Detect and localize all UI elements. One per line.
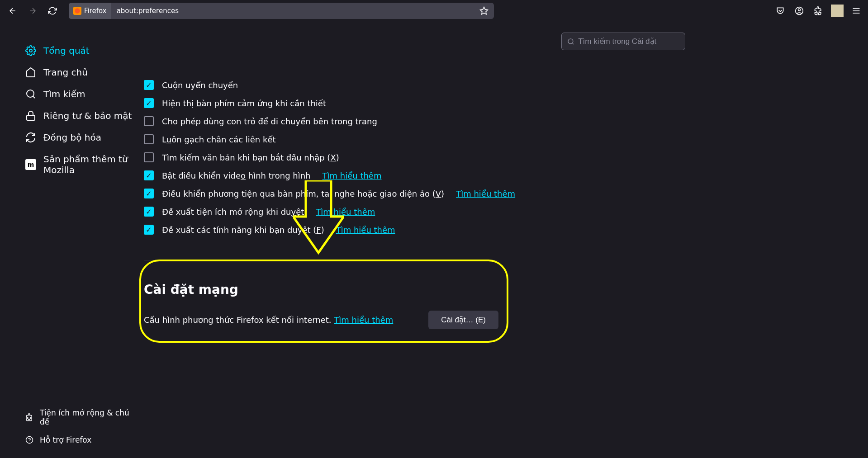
bookmark-star-icon[interactable] bbox=[474, 3, 494, 19]
sidebar-item-sync[interactable]: Đồng bộ hóa bbox=[25, 127, 135, 148]
underline-links-checkbox[interactable] bbox=[144, 134, 154, 144]
reload-button[interactable] bbox=[43, 3, 62, 19]
sidebar-item-label: Tìm kiếm bbox=[43, 89, 85, 99]
gear-icon bbox=[25, 45, 36, 56]
identity-label: Firefox bbox=[84, 7, 107, 15]
back-button[interactable] bbox=[4, 3, 22, 19]
sidebar-item-home[interactable]: Trang chủ bbox=[25, 61, 135, 83]
sidebar-item-general[interactable]: Tổng quát bbox=[25, 40, 135, 61]
sidebar: Tổng quát Trang chủ Tìm kiếm Riêng tư & … bbox=[0, 22, 144, 458]
svg-point-7 bbox=[29, 49, 32, 52]
network-learn-more-link[interactable]: Tìm hiểu thêm bbox=[334, 315, 393, 325]
sidebar-item-extensions[interactable]: Tiện ích mở rộng & chủ đề bbox=[25, 404, 135, 431]
extensions-icon[interactable] bbox=[810, 3, 826, 19]
touch-keyboard-checkbox[interactable] bbox=[144, 98, 154, 108]
pip-checkbox[interactable] bbox=[144, 170, 154, 180]
menu-icon[interactable] bbox=[848, 3, 864, 19]
pip-learn-more-link[interactable]: Tìm hiểu thêm bbox=[323, 171, 382, 180]
search-icon bbox=[567, 38, 574, 46]
main-content: Cuộn uyển chuyển Hiện thị bàn phím cảm ứ… bbox=[144, 22, 868, 458]
account-icon[interactable] bbox=[791, 3, 807, 19]
home-icon bbox=[25, 67, 36, 78]
recommend-ext-learn-more-link[interactable]: Tìm hiểu thêm bbox=[316, 207, 375, 217]
url-text: about:preferences bbox=[111, 7, 184, 15]
svg-line-14 bbox=[572, 43, 574, 44]
media-control-checkbox[interactable] bbox=[144, 189, 154, 198]
firefox-icon bbox=[73, 7, 81, 15]
mozilla-icon: m bbox=[25, 159, 36, 170]
help-icon bbox=[25, 436, 33, 444]
lock-icon bbox=[25, 110, 36, 121]
svg-marker-1 bbox=[480, 7, 488, 14]
recommend-feat-checkbox[interactable] bbox=[144, 225, 154, 235]
network-settings-button[interactable]: Cài đặt… (E) bbox=[428, 311, 498, 329]
media-control-label: Điều khiển phương tiện qua bàn phím, tai… bbox=[162, 189, 444, 198]
search-icon bbox=[25, 89, 36, 99]
network-title: Cài đặt mạng bbox=[144, 282, 498, 297]
sidebar-item-privacy[interactable]: Riêng tư & bảo mật bbox=[25, 105, 135, 127]
browser-toolbar: Firefox about:preferences bbox=[0, 0, 868, 22]
identity-box[interactable]: Firefox bbox=[69, 3, 111, 19]
recommend-feat-label: Đề xuất các tính năng khi bạn duyệt (F) bbox=[162, 225, 324, 235]
svg-point-8 bbox=[27, 90, 34, 97]
touch-keyboard-label: Hiện thị bàn phím cảm ứng khi cần thiết bbox=[162, 99, 326, 108]
svg-point-13 bbox=[568, 38, 573, 43]
recommend-feat-learn-more-link[interactable]: Tìm hiểu thêm bbox=[336, 225, 395, 235]
svg-rect-10 bbox=[27, 115, 35, 120]
underline-links-label: Luôn gạch chân các liên kết bbox=[162, 135, 276, 144]
sidebar-item-label: Tiện ích mở rộng & chủ đề bbox=[40, 408, 135, 426]
sidebar-item-label: Trang chủ bbox=[43, 67, 88, 78]
recommend-ext-checkbox[interactable] bbox=[144, 207, 154, 217]
sidebar-item-label: Tổng quát bbox=[43, 45, 90, 56]
sidebar-item-label: Đồng bộ hóa bbox=[43, 132, 101, 143]
media-control-learn-more-link[interactable]: Tìm hiểu thêm bbox=[456, 189, 515, 198]
svg-point-0 bbox=[75, 8, 80, 14]
smooth-scroll-checkbox[interactable] bbox=[144, 80, 154, 90]
search-text-checkbox[interactable] bbox=[144, 152, 154, 162]
forward-button[interactable] bbox=[24, 3, 42, 19]
smooth-scroll-label: Cuộn uyển chuyển bbox=[162, 80, 238, 90]
caret-browsing-label: Cho phép dùng con trỏ để di chuyển bên t… bbox=[162, 117, 377, 126]
sidebar-item-label: Riêng tư & bảo mật bbox=[43, 110, 132, 121]
network-description: Cấu hình phương thức Firefox kết nối int… bbox=[144, 315, 393, 325]
sidebar-item-label: Sản phẩm thêm từ Mozilla bbox=[43, 154, 135, 175]
recommend-ext-label: Đề xuất tiện ích mở rộng khi duyệt bbox=[162, 207, 304, 217]
puzzle-icon bbox=[25, 413, 33, 421]
profile-avatar[interactable] bbox=[829, 3, 845, 19]
caret-browsing-checkbox[interactable] bbox=[144, 116, 154, 126]
sync-icon bbox=[25, 132, 36, 143]
pocket-icon[interactable] bbox=[772, 3, 788, 19]
svg-line-9 bbox=[33, 96, 35, 98]
settings-search-input[interactable] bbox=[578, 37, 679, 46]
sidebar-item-label: Hỗ trợ Firefox bbox=[40, 435, 91, 444]
sidebar-item-help[interactable]: Hỗ trợ Firefox bbox=[25, 431, 135, 449]
search-text-label: Tìm kiếm văn bản khi bạn bắt đầu nhập (X… bbox=[162, 153, 339, 162]
settings-search[interactable] bbox=[561, 33, 685, 50]
address-bar[interactable]: Firefox about:preferences bbox=[69, 3, 494, 19]
sidebar-item-mozilla[interactable]: m Sản phẩm thêm từ Mozilla bbox=[25, 148, 135, 181]
sidebar-item-search[interactable]: Tìm kiếm bbox=[25, 83, 135, 105]
pip-label: Bật điều khiển video hình trong hình bbox=[162, 171, 311, 180]
svg-point-3 bbox=[798, 9, 801, 11]
network-settings-section: Cài đặt mạng Cấu hình phương thức Firefo… bbox=[144, 260, 498, 329]
